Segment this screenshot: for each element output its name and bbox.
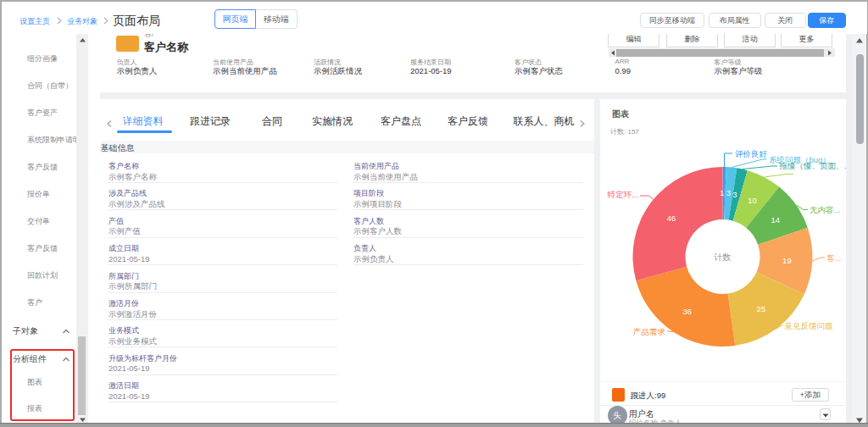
- svg-text:25: 25: [757, 304, 766, 313]
- svg-text:19: 19: [782, 256, 792, 265]
- svg-text:无内容...: 无内容...: [810, 205, 840, 214]
- svg-text:1: 1: [720, 188, 724, 197]
- svg-text:14: 14: [771, 215, 781, 225]
- svg-text:3: 3: [726, 188, 731, 197]
- svg-text:评价良好: 评价良好: [735, 149, 768, 158]
- svg-text:特定环...: 特定环...: [608, 190, 638, 199]
- svg-text:产品需求: 产品需求: [633, 327, 666, 336]
- svg-text:3: 3: [732, 190, 737, 199]
- svg-text:拖慢（慢、页面、…: 拖慢（慢、页面、…: [779, 161, 847, 170]
- svg-text:36: 36: [683, 307, 693, 316]
- svg-text:10: 10: [748, 196, 757, 205]
- svg-text:46: 46: [667, 214, 676, 223]
- svg-text:计数: 计数: [714, 252, 732, 262]
- svg-text:意见反馈问题: 意见反馈问题: [784, 321, 833, 330]
- svg-text:客...: 客...: [826, 253, 841, 263]
